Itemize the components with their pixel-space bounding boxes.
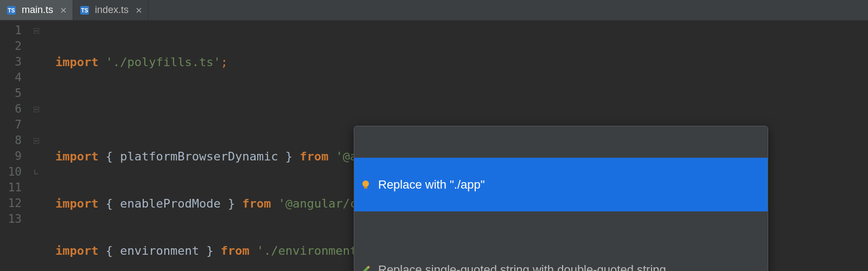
pencil-icon — [360, 264, 372, 272]
code-line: import './polyfills.ts'; — [55, 54, 868, 70]
close-icon[interactable] — [58, 4, 66, 16]
line-number: 13 — [0, 211, 22, 227]
intention-label: Replace with "./app" — [378, 177, 748, 192]
line-number-gutter: 1 2 3 4 5 6 7 8 9 10 11 12 13 — [0, 21, 31, 271]
fold-icon[interactable] — [31, 101, 41, 117]
line-number: 8 — [0, 133, 22, 149]
line-number: 10 — [0, 164, 22, 180]
svg-text:TS: TS — [81, 8, 88, 14]
tab-main-ts[interactable]: TS main.ts — [0, 0, 73, 20]
fold-end-icon[interactable] — [31, 164, 41, 180]
code-editor[interactable]: 1 2 3 4 5 6 7 8 9 10 11 12 13 import './… — [0, 21, 868, 271]
line-number: 2 — [0, 38, 22, 54]
intention-label: Replace single-quoted string with double… — [378, 262, 748, 271]
line-number: 6 — [0, 101, 22, 117]
fold-icon[interactable] — [31, 23, 41, 38]
svg-point-10 — [362, 180, 369, 187]
submenu-arrow-icon — [755, 161, 760, 208]
intention-item-replace-with-app[interactable]: Replace with "./app" — [354, 158, 768, 211]
code-area[interactable]: import './polyfills.ts'; import { platfo… — [41, 21, 868, 271]
submenu-arrow-icon — [755, 246, 760, 271]
svg-text:TS: TS — [8, 8, 15, 14]
line-number: 5 — [0, 86, 22, 101]
tab-label: index.ts — [95, 4, 129, 16]
line-number: 1 — [0, 23, 22, 38]
close-icon[interactable] — [133, 4, 142, 16]
line-number: 9 — [0, 149, 22, 164]
tab-index-ts[interactable]: TS index.ts — [73, 0, 149, 20]
code-line — [55, 101, 868, 117]
typescript-file-icon: TS — [7, 5, 17, 16]
lightbulb-icon — [360, 179, 372, 191]
line-number: 7 — [0, 117, 22, 133]
line-number: 4 — [0, 70, 22, 86]
line-number: 12 — [0, 196, 22, 211]
intention-item-replace-quotes[interactable]: Replace single-quoted string with double… — [354, 243, 768, 271]
line-number: 3 — [0, 54, 22, 70]
fold-icon[interactable] — [31, 133, 41, 149]
fold-gutter — [31, 21, 41, 271]
editor-tabs: TS main.ts TS index.ts — [0, 0, 868, 21]
svg-rect-11 — [364, 186, 367, 189]
line-number: 11 — [0, 180, 22, 196]
typescript-file-icon: TS — [80, 5, 91, 16]
tab-label: main.ts — [22, 4, 53, 16]
intention-actions-popup: Replace with "./app" Replace single-quot… — [354, 126, 768, 271]
